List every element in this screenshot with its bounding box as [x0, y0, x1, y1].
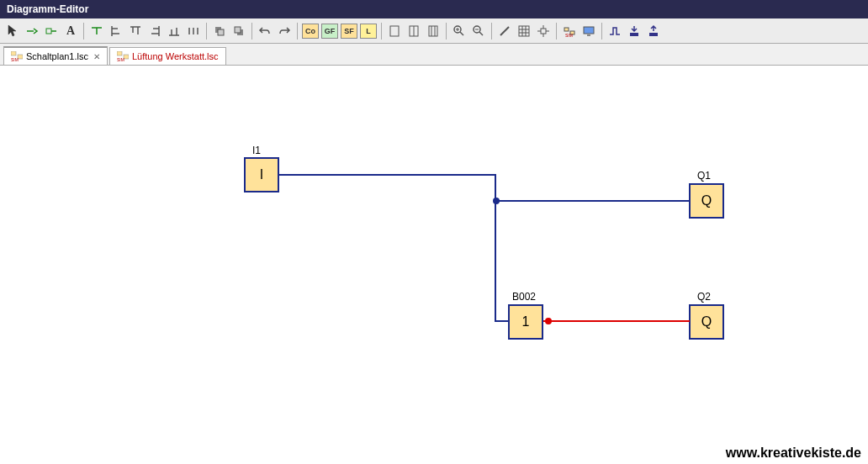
- gf-button[interactable]: GF: [320, 22, 339, 40]
- block-q1[interactable]: Q: [689, 183, 724, 219]
- separator: [251, 23, 252, 40]
- sim-tool[interactable]: SIM: [560, 22, 579, 40]
- svg-rect-24: [541, 29, 546, 34]
- align-right-tool[interactable]: [146, 22, 164, 40]
- svg-rect-2: [218, 29, 224, 35]
- sim-icon: SIM: [117, 51, 129, 61]
- document-tabs: SIM Schaltplan1.lsc ✕ SIM Lüftung Werkst…: [0, 44, 868, 66]
- line-tool[interactable]: [495, 22, 514, 40]
- block-label-i1: I1: [252, 145, 261, 156]
- align-top-tool[interactable]: [126, 22, 145, 40]
- svg-rect-19: [519, 26, 529, 36]
- svg-rect-40: [124, 55, 129, 59]
- svg-text:SIM: SIM: [117, 57, 124, 61]
- svg-rect-29: [564, 28, 569, 31]
- separator: [601, 23, 602, 40]
- tab-schaltplan1[interactable]: SIM Schaltplan1.lsc ✕: [3, 46, 108, 65]
- separator: [381, 23, 382, 40]
- cut-split-tool[interactable]: [87, 22, 106, 40]
- svg-rect-34: [630, 33, 638, 36]
- svg-text:SIM: SIM: [11, 57, 19, 61]
- undo-tool[interactable]: [256, 22, 274, 40]
- page-2col-tool[interactable]: [405, 22, 423, 40]
- tab-lueftung[interactable]: SIM Lüftung Werkstatt.lsc: [109, 47, 226, 65]
- block-label-b002: B002: [512, 291, 536, 303]
- separator: [206, 23, 207, 40]
- page-1-tool[interactable]: [385, 22, 404, 40]
- block-label-q2: Q2: [697, 291, 711, 303]
- svg-rect-32: [584, 27, 594, 34]
- svg-rect-4: [235, 27, 241, 33]
- svg-line-16: [479, 32, 483, 35]
- grid-props-tool[interactable]: [515, 22, 533, 40]
- text-tool[interactable]: A: [61, 22, 80, 40]
- redo-tool[interactable]: [275, 22, 294, 40]
- zoom-out-tool[interactable]: [469, 22, 488, 40]
- svg-rect-37: [18, 55, 23, 59]
- block-i1[interactable]: I: [244, 157, 279, 192]
- diagram-canvas[interactable]: I1 I Q1 Q B002 1 Q2 Q www.kreativekiste.…: [0, 66, 868, 464]
- monitor-tool[interactable]: [580, 22, 598, 40]
- block-label-q1: Q1: [697, 170, 711, 182]
- toolbar: A Co GF SF L SIM: [0, 18, 868, 44]
- sf-button[interactable]: SF: [340, 22, 358, 40]
- block-b002[interactable]: 1: [508, 304, 543, 340]
- wire-segment: [543, 320, 690, 322]
- separator: [446, 23, 447, 40]
- titlebar: Diagramm-Editor: [0, 0, 868, 18]
- connection-dot: [545, 318, 552, 324]
- distribute-h-tool[interactable]: [184, 22, 203, 40]
- bring-front-tool[interactable]: [210, 22, 229, 40]
- center-tool[interactable]: [534, 22, 553, 40]
- svg-text:SIM: SIM: [565, 33, 573, 38]
- svg-rect-33: [587, 34, 590, 36]
- window-title: Diagramm-Editor: [7, 3, 88, 15]
- wire-segment: [279, 174, 496, 176]
- close-icon[interactable]: ✕: [93, 52, 100, 61]
- input-tool[interactable]: [42, 22, 61, 40]
- svg-rect-39: [117, 51, 122, 55]
- connect-tool[interactable]: [23, 22, 41, 40]
- svg-rect-8: [429, 26, 437, 36]
- svg-rect-0: [46, 29, 51, 34]
- zoom-in-tool[interactable]: [450, 22, 468, 40]
- svg-line-12: [460, 32, 463, 35]
- svg-rect-36: [11, 51, 16, 55]
- separator: [83, 23, 84, 40]
- page-3col-tool[interactable]: [424, 22, 442, 40]
- wire-segment: [496, 200, 689, 202]
- svg-line-18: [500, 27, 509, 35]
- co-button[interactable]: Co: [301, 22, 320, 40]
- download-tool[interactable]: [625, 22, 643, 40]
- tab-label: Schaltplan1.lsc: [26, 51, 88, 61]
- junction-dot: [493, 198, 500, 204]
- separator: [556, 23, 557, 40]
- step-tool[interactable]: [606, 22, 624, 40]
- upload-tool[interactable]: [644, 22, 663, 40]
- align-bottom-tool[interactable]: [165, 22, 183, 40]
- block-q2[interactable]: Q: [689, 304, 724, 340]
- send-back-tool[interactable]: [230, 22, 248, 40]
- sim-icon: SIM: [11, 51, 23, 61]
- svg-rect-5: [390, 26, 399, 36]
- tab-label: Lüftung Werkstatt.lsc: [132, 51, 219, 61]
- align-left-tool[interactable]: [107, 22, 125, 40]
- svg-rect-35: [649, 33, 658, 36]
- watermark: www.kreativekiste.de: [726, 446, 861, 461]
- l-button[interactable]: L: [359, 22, 378, 40]
- separator: [491, 23, 492, 40]
- wire-segment: [495, 200, 496, 322]
- pointer-tool[interactable]: [3, 22, 22, 40]
- separator: [297, 23, 298, 40]
